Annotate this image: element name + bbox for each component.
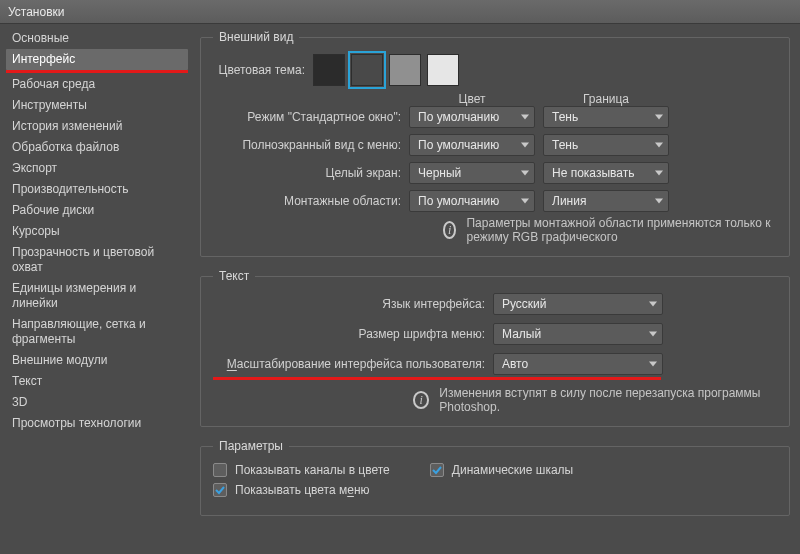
- menu-colors-label[interactable]: Показывать цвета меню: [235, 483, 370, 497]
- sidebar-item-workspace[interactable]: Рабочая среда: [6, 74, 188, 95]
- color-theme-label: Цветовая тема:: [213, 63, 313, 77]
- column-header-color: Цвет: [409, 92, 535, 106]
- sidebar-item-plugins[interactable]: Внешние модули: [6, 350, 188, 371]
- highlight-line-scale: [213, 377, 661, 380]
- sidebar-item-history[interactable]: История изменений: [6, 116, 188, 137]
- swatch-medium-dark[interactable]: [351, 54, 383, 86]
- text-legend: Текст: [213, 269, 255, 283]
- column-header-border: Граница: [543, 92, 669, 106]
- font-select[interactable]: Малый: [493, 323, 663, 345]
- main-layout: Основные Интерфейс Рабочая среда Инструм…: [0, 24, 800, 554]
- row-fullmenu-label: Полноэкранный вид с меню:: [213, 138, 409, 152]
- dynamic-label[interactable]: Динамические шкалы: [452, 463, 573, 477]
- sidebar-item-tools[interactable]: Инструменты: [6, 95, 188, 116]
- channels-checkbox[interactable]: [213, 463, 227, 477]
- swatch-medium-light[interactable]: [389, 54, 421, 86]
- sidebar: Основные Интерфейс Рабочая среда Инструм…: [0, 24, 190, 554]
- lang-label: Язык интерфейса:: [213, 297, 493, 311]
- sidebar-item-export[interactable]: Экспорт: [6, 158, 188, 179]
- sidebar-item-scratch[interactable]: Рабочие диски: [6, 200, 188, 221]
- sidebar-item-3d[interactable]: 3D: [6, 392, 188, 413]
- appearance-group: Внешний вид Цветовая тема: Цвет Граница …: [200, 30, 790, 257]
- swatch-light[interactable]: [427, 54, 459, 86]
- appearance-info-text: Параметры монтажной области применяются …: [466, 216, 777, 244]
- row-standard-label: Режим "Стандартное окно":: [213, 110, 409, 124]
- row-artboards-border-select[interactable]: Линия: [543, 190, 669, 212]
- sidebar-item-units[interactable]: Единицы измерения и линейки: [6, 278, 188, 314]
- row-artboards-color-select[interactable]: По умолчанию: [409, 190, 535, 212]
- window-title: Установки: [8, 5, 64, 19]
- row-standard-color-select[interactable]: По умолчанию: [409, 106, 535, 128]
- font-label: Размер шрифта меню:: [213, 327, 493, 341]
- row-artboards-label: Монтажные области:: [213, 194, 409, 208]
- highlight-line-sidebar: [6, 70, 188, 73]
- options-group: Параметры Показывать каналы в цвете Дина…: [200, 439, 790, 516]
- row-fullscreen-color-select[interactable]: Черный: [409, 162, 535, 184]
- channels-label[interactable]: Показывать каналы в цвете: [235, 463, 390, 477]
- row-fullscreen-label: Целый экран:: [213, 166, 409, 180]
- text-info-text: Изменения вступят в силу после перезапус…: [439, 386, 777, 414]
- row-fullmenu-color-select[interactable]: По умолчанию: [409, 134, 535, 156]
- row-fullscreen-border-select[interactable]: Не показывать: [543, 162, 669, 184]
- window-titlebar: Установки: [0, 0, 800, 24]
- ui-scale-label: Масштабирование интерфейса пользователя:: [213, 357, 493, 371]
- row-fullmenu-border-select[interactable]: Тень: [543, 134, 669, 156]
- appearance-legend: Внешний вид: [213, 30, 299, 44]
- text-group: Текст Язык интерфейса: Русский Размер шр…: [200, 269, 790, 427]
- lang-select[interactable]: Русский: [493, 293, 663, 315]
- options-legend: Параметры: [213, 439, 289, 453]
- sidebar-item-techpreview[interactable]: Просмотры технологии: [6, 413, 188, 434]
- ui-scale-select[interactable]: Авто: [493, 353, 663, 375]
- sidebar-item-transparency[interactable]: Прозрачность и цветовой охват: [6, 242, 188, 278]
- sidebar-item-general[interactable]: Основные: [6, 28, 188, 49]
- sidebar-item-type[interactable]: Текст: [6, 371, 188, 392]
- info-icon: i: [443, 221, 456, 239]
- sidebar-item-interface[interactable]: Интерфейс: [6, 49, 188, 70]
- swatch-dark[interactable]: [313, 54, 345, 86]
- sidebar-item-cursors[interactable]: Курсоры: [6, 221, 188, 242]
- dynamic-checkbox[interactable]: [430, 463, 444, 477]
- content-panel: Внешний вид Цветовая тема: Цвет Граница …: [190, 24, 800, 554]
- color-theme-swatches: [313, 54, 459, 86]
- sidebar-item-performance[interactable]: Производительность: [6, 179, 188, 200]
- sidebar-item-filehandling[interactable]: Обработка файлов: [6, 137, 188, 158]
- menu-colors-checkbox[interactable]: [213, 483, 227, 497]
- row-standard-border-select[interactable]: Тень: [543, 106, 669, 128]
- info-icon: i: [413, 391, 429, 409]
- sidebar-item-guides[interactable]: Направляющие, сетка и фрагменты: [6, 314, 188, 350]
